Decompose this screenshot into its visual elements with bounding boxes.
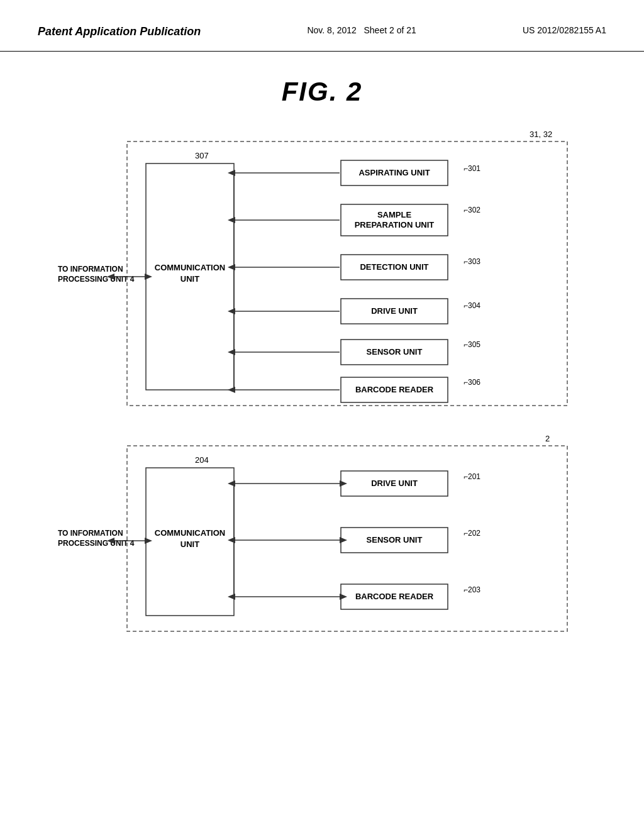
svg-text:SENSOR UNIT: SENSOR UNIT: [367, 347, 423, 357]
publication-date: Nov. 8, 2012: [307, 25, 356, 35]
bottom-left-label-1: TO INFORMATION: [58, 529, 123, 538]
svg-text:DRIVE UNIT: DRIVE UNIT: [371, 479, 418, 488]
svg-marker-32: [340, 480, 347, 487]
top-outer-label: 31, 32: [530, 130, 552, 139]
page-header: Patent Application Publication Nov. 8, 2…: [0, 0, 644, 52]
svg-marker-26: [145, 538, 152, 544]
top-outer-box: [127, 141, 567, 406]
svg-text:ASPIRATING UNIT: ASPIRATING UNIT: [358, 168, 430, 177]
top-diagram-svg: 31, 32 307 COMMUNICATION UNIT TO INFORMA…: [52, 126, 592, 421]
svg-text:BARCODE READER: BARCODE READER: [355, 592, 434, 601]
bottom-inner-label: 204: [195, 455, 209, 465]
svg-text:SENSOR UNIT: SENSOR UNIT: [367, 535, 423, 545]
svg-text:PREPARATION UNIT: PREPARATION UNIT: [355, 220, 435, 230]
svg-text:DETECTION UNIT: DETECTION UNIT: [360, 262, 428, 272]
svg-marker-38: [340, 594, 347, 600]
top-label-301: ⌐301: [464, 164, 480, 173]
main-content: FIG. 2 31, 32 307 COMMUNICATION UNIT TO …: [0, 52, 644, 672]
header-date-sheet: Nov. 8, 2012 Sheet 2 of 21: [307, 25, 416, 35]
figure-title: FIG. 2: [38, 77, 606, 107]
top-label-305: ⌐305: [464, 340, 480, 349]
svg-text:PROCESSING UNIT 4: PROCESSING UNIT 4: [58, 539, 135, 548]
top-label-304: ⌐304: [464, 301, 480, 310]
bottom-comm-unit-label: COMMUNICATION: [155, 528, 225, 538]
bottom-label-202: ⌐202: [464, 529, 480, 538]
svg-marker-35: [340, 537, 347, 543]
top-diagram: 31, 32 307 COMMUNICATION UNIT TO INFORMA…: [52, 126, 592, 424]
bottom-diagram: 2 204 COMMUNICATION UNIT TO INFORMATION …: [52, 430, 592, 646]
svg-text:UNIT: UNIT: [180, 274, 199, 284]
top-label-302: ⌐302: [464, 206, 480, 214]
patent-number: US 2012/0282155 A1: [523, 25, 606, 35]
bottom-label-201: ⌐201: [464, 472, 480, 481]
svg-text:DRIVE UNIT: DRIVE UNIT: [371, 306, 418, 316]
top-left-arrowhead-right: [145, 274, 152, 280]
bottom-diagram-svg: 2 204 COMMUNICATION UNIT TO INFORMATION …: [52, 430, 592, 644]
top-label-303: ⌐303: [464, 257, 480, 266]
top-left-label-1: TO INFORMATION: [58, 265, 123, 274]
bottom-outer-label: 2: [545, 434, 550, 443]
svg-text:UNIT: UNIT: [180, 540, 199, 549]
svg-text:PROCESSING UNIT 4: PROCESSING UNIT 4: [58, 275, 135, 284]
svg-text:BARCODE READER: BARCODE READER: [355, 385, 434, 394]
sheet-info: Sheet 2 of 21: [364, 25, 416, 35]
svg-text:SAMPLE: SAMPLE: [377, 210, 412, 219]
top-inner-label: 307: [195, 151, 209, 160]
publication-title: Patent Application Publication: [38, 25, 201, 38]
top-comm-unit-label: COMMUNICATION: [155, 263, 225, 272]
top-label-306: ⌐306: [464, 378, 480, 387]
bottom-label-203: ⌐203: [464, 585, 480, 594]
bottom-outer-box: [127, 446, 567, 631]
